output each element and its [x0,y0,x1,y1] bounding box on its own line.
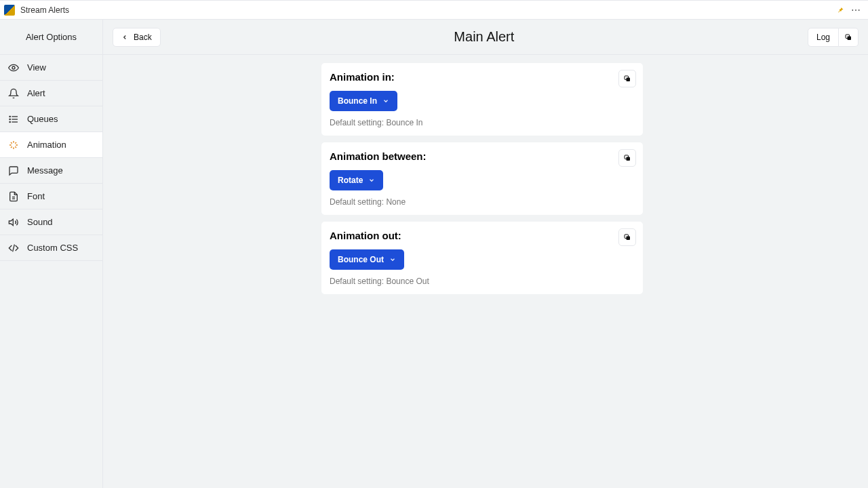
message-icon [8,165,19,176]
main-header: Back Main Alert Log [103,20,868,55]
eye-icon [8,62,19,73]
card-animation-out: Animation out: Bounce Out Default settin… [321,222,643,294]
sidebar-item-label: Message [27,165,63,176]
svg-point-5 [9,119,10,119]
card-animation-between: Animation between: Rotate Default settin… [321,142,643,215]
sparkle-icon [8,140,19,150]
sidebar-item-view[interactable]: View [0,55,102,81]
animation-in-dropdown[interactable]: Bounce In [330,91,397,111]
back-button[interactable]: Back [113,28,161,47]
sound-icon [8,217,19,228]
sidebar-title: Alert Options [0,20,102,55]
card-title: Animation out: [330,230,635,241]
file-icon [8,191,19,202]
sidebar-item-label: Queues [27,114,58,124]
app-icon [4,5,15,16]
bell-icon [8,88,19,99]
sidebar-item-label: Sound [27,217,53,227]
sidebar-item-queues[interactable]: Queues [0,106,102,132]
code-icon [8,243,19,253]
sidebar: Alert Options View Alert Queues Animatio… [0,20,103,488]
sidebar-item-label: Custom CSS [27,243,78,253]
copy-icon [844,33,852,41]
svg-point-6 [9,121,10,122]
sidebar-item-message[interactable]: Message [0,158,102,184]
dropdown-value: Bounce In [338,96,377,106]
animation-out-dropdown[interactable]: Bounce Out [330,249,404,270]
more-icon[interactable]: ⋯ [848,5,864,16]
svg-point-0 [12,66,15,69]
sidebar-item-label: Font [27,191,45,201]
titlebar: Stream Alerts ⋯ [0,1,868,20]
svg-line-10 [13,244,15,251]
pin-icon[interactable] [836,6,844,14]
content: Animation in: Bounce In Default setting:… [96,55,868,488]
card-copy-button[interactable] [618,228,636,246]
animation-between-dropdown[interactable]: Rotate [330,170,383,190]
dropdown-value: Bounce Out [338,255,384,264]
copy-icon [623,233,631,241]
app-name: Stream Alerts [20,5,69,15]
log-button[interactable]: Log [808,28,839,47]
card-hint: Default setting: Bounce In [330,118,635,127]
chevron-down-icon [389,256,396,263]
sidebar-item-label: View [27,62,46,73]
sidebar-item-alert[interactable]: Alert [0,81,102,106]
copy-icon [623,154,631,162]
back-label: Back [134,33,152,42]
sidebar-item-animation[interactable]: Animation [0,132,102,158]
chevron-left-icon [121,34,128,41]
chevron-down-icon [382,98,389,104]
card-hint: Default setting: Bounce Out [330,277,635,286]
sidebar-item-css[interactable]: Custom CSS [0,235,102,261]
svg-point-4 [9,116,10,117]
chevron-down-icon [368,177,375,184]
card-hint: Default setting: None [330,197,635,207]
sidebar-item-label: Alert [27,88,45,98]
svg-marker-9 [9,219,13,225]
header-copy-button[interactable] [839,28,859,47]
sidebar-item-sound[interactable]: Sound [0,209,102,235]
card-title: Animation between: [330,150,635,162]
list-icon [8,114,19,125]
log-label: Log [816,33,830,42]
card-copy-button[interactable] [618,70,636,87]
card-copy-button[interactable] [618,149,636,167]
sidebar-item-font[interactable]: Font [0,184,102,209]
page-title: Main Alert [161,29,808,45]
sidebar-item-label: Animation [27,140,66,150]
copy-icon [623,75,631,83]
card-animation-in: Animation in: Bounce In Default setting:… [321,63,643,136]
card-title: Animation in: [330,71,635,83]
dropdown-value: Rotate [338,176,363,185]
